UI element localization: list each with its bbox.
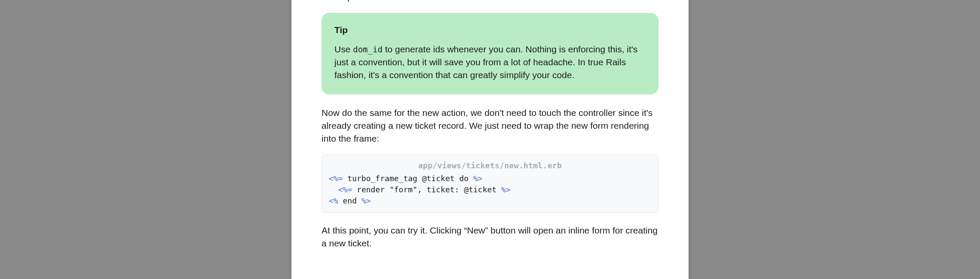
paragraph-2: At this point, you can try it. Clicking … (322, 224, 658, 250)
code-indent (329, 185, 338, 194)
tip-callout: Tip Use dom_id to generate ids whenever … (322, 13, 658, 94)
paragraph-1: Now do the same for the new action, we d… (322, 106, 658, 145)
erb-open-tag: <%= (329, 174, 343, 183)
code-string: "form" (389, 185, 417, 194)
erb-close-tag: %> (473, 174, 483, 183)
tip-body-prefix: Use (334, 44, 353, 54)
document-page: future proof our code. Tip Use dom_id to… (291, 0, 689, 279)
erb-close-tag: %> (501, 185, 511, 194)
code-text: turbo_frame_tag @ticket do (343, 174, 473, 183)
tip-title: Tip (334, 25, 646, 35)
code-text: end (338, 196, 361, 205)
code-text: , ticket: @ticket (417, 185, 501, 194)
code-text: render (352, 185, 389, 194)
tip-inline-code: dom_id (353, 45, 383, 54)
erb-open-tag: <%= (338, 185, 352, 194)
code-file-path: app/views/tickets/new.html.erb (329, 160, 651, 171)
tip-body: Use dom_id to generate ids whenever you … (334, 43, 646, 82)
code-block: app/views/tickets/new.html.erb <%= turbo… (322, 155, 658, 213)
code-content: <%= turbo_frame_tag @ticket do %> <%= re… (329, 173, 651, 206)
erb-close-tag: %> (361, 196, 371, 205)
cut-off-paragraph: future proof our code. (322, 0, 658, 3)
erb-open-tag: <% (329, 196, 338, 205)
